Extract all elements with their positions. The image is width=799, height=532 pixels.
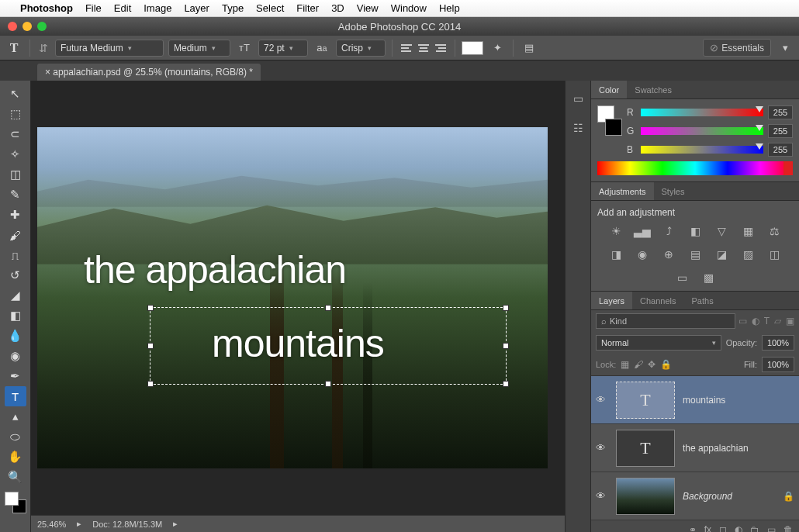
tab-paths[interactable]: Paths [684, 292, 721, 309]
tab-styles[interactable]: Styles [654, 182, 693, 200]
brightness-contrast-icon[interactable]: ☀ [607, 224, 624, 238]
color-balance-icon[interactable]: ⚖ [766, 224, 783, 238]
foreground-swatch[interactable] [5, 492, 19, 506]
opacity-value[interactable]: 100% [762, 335, 794, 351]
current-tool-icon[interactable]: T [5, 39, 23, 57]
blend-mode-dropdown[interactable]: Normal [596, 335, 721, 351]
menu-image[interactable]: Image [144, 2, 171, 14]
handle-bm[interactable] [325, 381, 331, 387]
options-more-icon[interactable]: ▾ [776, 39, 794, 57]
marquee-tool-icon[interactable]: ⬚ [5, 104, 26, 124]
filter-pixel-icon[interactable]: ▭ [738, 316, 747, 326]
lock-pixels-icon[interactable]: 🖌 [634, 359, 643, 370]
layer-row[interactable]: 👁 T the appalachian [591, 424, 799, 472]
zoom-level[interactable]: 25.46% [37, 520, 66, 529]
handle-tm[interactable] [325, 305, 331, 311]
adjustment-layer-icon[interactable]: ◐ [735, 524, 742, 532]
gradient-tool-icon[interactable]: ◧ [5, 306, 26, 326]
history-brush-tool-icon[interactable]: ↺ [5, 265, 26, 285]
filter-adjust-icon[interactable]: ◐ [752, 316, 759, 326]
layer-row[interactable]: 👁 Background 🔒 [591, 472, 799, 520]
align-left-button[interactable] [399, 41, 414, 55]
menu-file[interactable]: File [85, 2, 102, 14]
move-tool-icon[interactable]: ↖ [5, 84, 26, 104]
healing-brush-tool-icon[interactable]: ✚ [5, 205, 26, 225]
antialias-dropdown[interactable]: Crisp [336, 40, 386, 57]
photo-filter-icon[interactable]: ◉ [634, 247, 651, 261]
filter-shape-icon[interactable]: ▱ [774, 316, 781, 326]
menu-help[interactable]: Help [439, 2, 460, 14]
workspace-switcher[interactable]: Essentials [703, 39, 771, 57]
layer-name[interactable]: Background [683, 491, 775, 502]
align-center-button[interactable] [416, 41, 431, 55]
font-style-dropdown[interactable]: Medium [168, 40, 230, 57]
layer-name[interactable]: the appalachian [683, 443, 794, 454]
tab-color[interactable]: Color [591, 81, 627, 98]
pen-tool-icon[interactable]: ✒ [5, 366, 26, 386]
tab-swatches[interactable]: Swatches [627, 81, 680, 98]
color-lookup-icon[interactable]: ▤ [687, 247, 704, 261]
path-select-tool-icon[interactable]: ▴ [5, 406, 26, 427]
layer-mask-icon[interactable]: ◻ [719, 524, 727, 532]
fill-value[interactable]: 100% [762, 357, 794, 372]
magic-wand-tool-icon[interactable]: ✧ [5, 144, 26, 164]
handle-bl[interactable] [147, 381, 154, 387]
lock-all-icon[interactable]: 🔒 [660, 359, 672, 370]
handle-ml[interactable] [147, 343, 154, 349]
lock-position-icon[interactable]: ✥ [648, 359, 655, 370]
window-close-icon[interactable] [8, 22, 17, 31]
warp-text-icon[interactable]: ✦ [488, 39, 507, 57]
dodge-tool-icon[interactable]: ◉ [5, 346, 26, 366]
hue-sat-icon[interactable]: ▦ [739, 224, 756, 238]
filter-type-icon[interactable]: T [764, 316, 770, 326]
layer-thumb-type-icon[interactable]: T [616, 382, 675, 419]
g-slider[interactable] [641, 127, 763, 135]
font-size-dropdown[interactable]: 72 pt [258, 40, 308, 57]
status-more-icon[interactable]: ▸ [173, 519, 178, 529]
transform-bounding-box[interactable] [150, 307, 507, 385]
window-minimize-icon[interactable] [22, 22, 32, 31]
shape-tool-icon[interactable]: ⬭ [5, 427, 26, 447]
filter-smart-icon[interactable]: ▣ [786, 316, 794, 326]
invert-icon[interactable]: ◪ [713, 247, 730, 261]
color-spectrum[interactable] [597, 161, 793, 175]
visibility-toggle-icon[interactable]: 👁 [596, 442, 608, 454]
levels-icon[interactable]: ▃▅ [634, 224, 651, 238]
exposure-icon[interactable]: ◧ [687, 224, 704, 238]
menu-edit[interactable]: Edit [114, 2, 131, 14]
canvas-text-line1[interactable]: the appalachian [84, 247, 346, 292]
g-value[interactable]: 255 [768, 124, 793, 138]
hand-tool-icon[interactable]: ✋ [5, 447, 26, 467]
layer-filter-dropdown[interactable]: Kind [596, 313, 735, 329]
tab-layers[interactable]: Layers [591, 292, 632, 309]
crop-tool-icon[interactable]: ◫ [5, 164, 26, 185]
document-tab[interactable]: × appalachian.psd @ 25.5% (mountains, RG… [37, 64, 261, 81]
text-color-swatch[interactable] [462, 41, 483, 55]
eyedropper-tool-icon[interactable]: ✎ [5, 185, 26, 205]
eraser-tool-icon[interactable]: ◢ [5, 285, 26, 306]
tab-channels[interactable]: Channels [632, 292, 683, 309]
orientation-toggle-icon[interactable]: ⇵ [36, 41, 50, 55]
color-panel-swatch[interactable] [597, 105, 622, 140]
new-layer-icon[interactable]: ▭ [767, 524, 776, 532]
lock-transparency-icon[interactable]: ▦ [621, 359, 629, 370]
handle-br[interactable] [503, 381, 509, 387]
fg-bg-color-swatch[interactable] [5, 492, 26, 513]
tab-adjustments[interactable]: Adjustments [591, 182, 654, 200]
type-tool-icon[interactable]: T [5, 386, 26, 406]
character-panel-icon[interactable]: ▤ [520, 39, 538, 57]
document-canvas[interactable]: the appalachian mountains [37, 127, 548, 468]
canvas-area[interactable]: the appalachian mountains 25.46% ▸ Doc: … [31, 81, 565, 532]
chevron-right-icon[interactable]: ▸ [77, 519, 81, 529]
link-layers-icon[interactable]: ⚭ [689, 524, 697, 532]
menu-view[interactable]: View [357, 2, 379, 14]
gradient-map-icon[interactable]: ▭ [673, 271, 690, 285]
selective-color-icon[interactable]: ▩ [700, 271, 717, 285]
layer-name[interactable]: mountains [683, 395, 794, 406]
zoom-tool-icon[interactable]: 🔍 [5, 467, 26, 487]
channel-mixer-icon[interactable]: ⊕ [660, 247, 677, 261]
lasso-tool-icon[interactable]: ⊂ [5, 124, 26, 144]
font-family-dropdown[interactable]: Futura Medium [55, 40, 164, 57]
align-right-button[interactable] [433, 41, 448, 55]
blur-tool-icon[interactable]: 💧 [5, 326, 26, 346]
